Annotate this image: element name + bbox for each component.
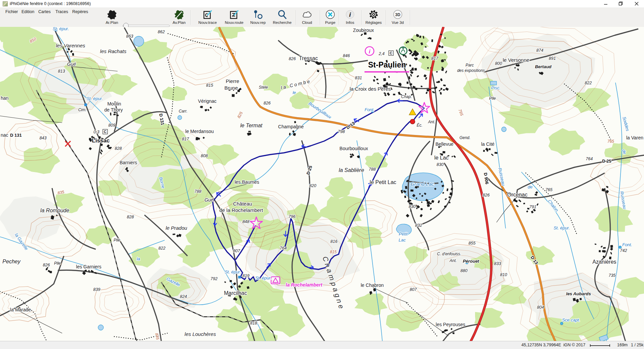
- map-label: le Pradou: [166, 225, 187, 231]
- map-label: Barniers: [120, 160, 137, 165]
- map-label: han: [1, 95, 8, 101]
- scale-ratio: 1 / 25k: [631, 343, 644, 347]
- camping-icon: [271, 277, 280, 284]
- map-label: Soddes: [621, 116, 630, 132]
- map-label: Plle: [489, 96, 496, 101]
- map-label: 813: [58, 69, 65, 74]
- map-label: nac: [1, 132, 8, 138]
- position-dot[interactable]: [410, 119, 415, 124]
- new-waypoint-icon: [246, 8, 270, 21]
- map-label: 764: [586, 157, 593, 161]
- topo-map[interactable]: i St. épur.les Varennesles Rachats862863…: [0, 27, 644, 341]
- map-label: Bellevue: [435, 141, 454, 147]
- warning-triangle-icon[interactable]: [409, 109, 416, 115]
- map-label: · 848: [240, 219, 250, 224]
- toolbar: Fichier Edition Cartes Traces Repères Ar…: [0, 7, 644, 27]
- map-label: la Sablière: [339, 167, 364, 173]
- menu-edition[interactable]: Edition: [20, 9, 36, 15]
- map-label: 809: [109, 123, 116, 128]
- map-label: 830: [437, 162, 444, 167]
- minimize-button[interactable]: [600, 0, 611, 7]
- map-label: Pisc.: [491, 85, 501, 90]
- map-label: 807: [233, 249, 241, 253]
- red-cross-marker: [65, 141, 71, 146]
- map-label: 826: [289, 56, 296, 61]
- map-label: Pérouet: [463, 259, 479, 264]
- map-label: 796: [289, 214, 296, 219]
- app-icon: [3, 1, 8, 6]
- map-label: Moulin: [107, 101, 121, 106]
- nouvtrace-button[interactable]: Nouv.trace: [196, 8, 219, 25]
- map-label: la: [137, 256, 140, 261]
- map-label: le Chabron: [361, 282, 384, 288]
- map-label: 764: [280, 246, 287, 251]
- map-label: 816: [331, 239, 338, 244]
- map-label: la Marade: [10, 307, 31, 312]
- map-label: Petit: [399, 231, 408, 236]
- map-label: Lac: [399, 237, 406, 243]
- map-label: 843: [40, 136, 47, 140]
- infos-button[interactable]: i Infos: [338, 8, 362, 25]
- map-label: Stèle: [259, 85, 268, 90]
- menu-reperes[interactable]: Repères: [71, 9, 89, 15]
- map-label: D 25: [602, 159, 611, 164]
- reglages-button[interactable]: Réglages: [362, 8, 385, 25]
- svg-text:i: i: [349, 11, 351, 18]
- nouvrep-button[interactable]: Nouv.rep: [246, 8, 270, 25]
- menu-traces[interactable]: Traces: [54, 9, 70, 15]
- map-label: 735: [609, 273, 616, 278]
- map-label: 788: [195, 189, 202, 194]
- vue3d-button[interactable]: 3D Vue 3d: [386, 8, 410, 25]
- map-label: 891: [549, 56, 556, 61]
- map-label: 855: [469, 241, 476, 246]
- map-label: D 25: [305, 165, 313, 175]
- map-label: 839: [93, 287, 100, 292]
- map-label: 2,4: [378, 51, 384, 56]
- recherche-button[interactable]: Recherche: [270, 8, 294, 25]
- map-label: Sce capt.: [562, 317, 580, 322]
- map-label: la Rochelambert: [286, 282, 323, 288]
- arplan-button[interactable]: Ar.Plan: [100, 8, 124, 25]
- new-route-icon: [222, 8, 246, 21]
- map-label: de Thory: [104, 107, 123, 113]
- map-label: Lissac: [92, 137, 110, 144]
- restore-icon: [618, 1, 623, 6]
- map-label: Vérignac: [198, 98, 216, 104]
- map-label: 817: [182, 137, 189, 141]
- map-label: 826: [483, 193, 490, 198]
- map-label: le: [293, 90, 296, 95]
- map-label: Château: [233, 201, 252, 207]
- map-label: Ant.: [449, 258, 457, 263]
- close-button[interactable]: [631, 0, 642, 7]
- map-label: le Lac: [434, 155, 449, 161]
- map-label: Bertaud: [535, 64, 552, 69]
- avplan-button[interactable]: Av.Plan: [167, 8, 191, 25]
- map-label: Gué: [67, 61, 76, 67]
- map-label: 824: [180, 294, 187, 299]
- map-canvas[interactable]: i St. épur.les Varennesles Rachats862863…: [0, 27, 644, 341]
- map-label: Ruisseau: [619, 191, 627, 210]
- cloud-icon: [295, 8, 319, 21]
- map-label: 820: [309, 183, 316, 188]
- cloud-button[interactable]: Cloud: [295, 8, 319, 25]
- tourist-info-icon: i: [365, 47, 374, 55]
- map-label: Chalon: [547, 199, 559, 213]
- menu-cartes[interactable]: Cartes: [37, 9, 52, 15]
- map-label: Zoubiroux: [353, 28, 374, 33]
- map-label: 828: [115, 146, 122, 151]
- map-label: 742: [620, 248, 627, 253]
- map-label: 765: [546, 187, 553, 192]
- copyright-label: iGN © 2017: [563, 343, 586, 347]
- 3d-view-icon: 3D: [386, 8, 410, 21]
- minimize-icon: [604, 2, 608, 6]
- map-label: la Cité: [481, 141, 495, 147]
- nouvroute-button[interactable]: Nouv.route: [222, 8, 246, 25]
- menu-fichier[interactable]: Fichier: [4, 9, 19, 15]
- coordinates-readout: 45,12735N 3,79964E: [521, 343, 561, 347]
- map-label: 800: [495, 61, 502, 66]
- map-label: D 131: [10, 133, 22, 138]
- restore-button[interactable]: [615, 0, 626, 7]
- map-label: 831: [355, 76, 362, 80]
- scale-bar: [590, 344, 610, 347]
- map-label: 819: [243, 273, 250, 278]
